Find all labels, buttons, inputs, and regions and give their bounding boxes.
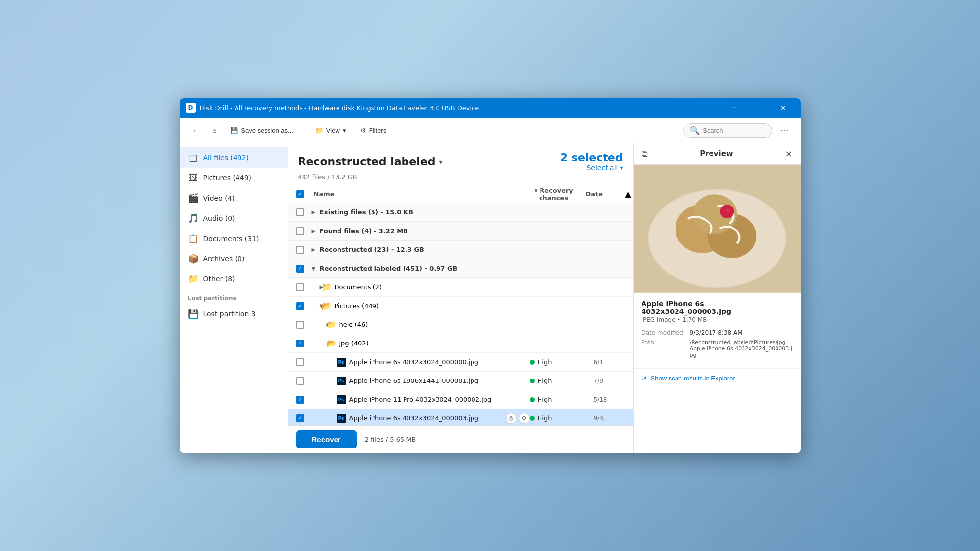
documents-icon: 📋 [188,233,199,243]
sidebar-item-lost-partition-3[interactable]: 💾 Lost partition 3 [180,304,288,324]
group-reconstructed-labeled-checkbox[interactable] [296,265,304,273]
copy-icon[interactable]: ⧉ [642,148,648,159]
preview-path-row: Path: \Reconstructed labeled\Pictures\jp… [642,339,793,358]
preview-meta: Date modified: 9/3/2017 8:38 AM Path: \R… [642,329,793,358]
file1-name: Apple iPhone 6s 4032x3024_000000.jpg [346,358,530,366]
subsubgroup-jpg[interactable]: ▼ 📂 jpg (402) [288,334,633,353]
group-existing-checkbox[interactable] [296,208,304,216]
date-column-header[interactable]: Date [586,190,625,198]
subgroup-documents-checkbox[interactable] [296,283,304,291]
file-list[interactable]: ▶ Existing files (5) - 15.0 KB ▶ Found f… [288,203,633,425]
file4-check [288,414,312,422]
subsubgroup-heic-label: heic (46) [339,321,368,328]
file-row-4[interactable]: Ps Apple iPhone 6s 4032x3024_000003.jpg … [288,409,633,425]
pictures-folder-icon: 📂 [322,301,332,310]
search-icon: 🔍 [690,126,700,135]
minimize-button[interactable]: ─ [723,101,745,115]
preview-date-row: Date modified: 9/3/2017 8:38 AM [642,329,793,336]
more-options-button[interactable]: ··· [776,122,792,138]
sidebar-item-all-files[interactable]: □ All files (492) [180,147,288,168]
expand-jpg-icon[interactable]: ▼ [312,341,327,346]
expand-found-icon[interactable]: ▶ [312,228,320,234]
recovery-column-header: ▾ Recovery chances [522,187,586,202]
select-all-checkbox[interactable] [296,190,304,198]
sidebar-item-audio[interactable]: 🎵 Audio (0) [180,208,288,228]
file4-checkbox[interactable] [296,414,304,422]
expand-existing-icon[interactable]: ▶ [312,209,320,215]
group-existing-files[interactable]: ▶ Existing files (5) - 15.0 KB [288,203,633,222]
sidebar-item-other[interactable]: 📁 Other (8) [180,269,288,289]
file-row-1[interactable]: Ps Apple iPhone 6s 4032x3024_000000.jpg … [288,353,633,372]
sidebar-item-pictures[interactable]: 🖼 Pictures (449) [180,168,288,188]
sidebar-item-other-label: Other (8) [203,275,235,283]
file2-checkbox[interactable] [296,377,304,385]
sidebar-item-archives[interactable]: 📦 Archives (0) [180,248,288,269]
scroll-top-icon: ▲ [625,189,633,199]
file3-checkbox[interactable] [296,396,304,404]
expand-heic-icon[interactable]: ▶ [312,322,327,327]
date-modified-label: Date modified: [642,329,686,336]
svg-point-6 [726,208,730,212]
group-reconstructed-checkbox[interactable] [296,246,304,254]
search-input[interactable] [703,127,766,134]
back-button[interactable]: ← [188,124,204,137]
heic-folder-icon: 📁 [327,320,337,329]
subsubgroup-jpg-checkbox[interactable] [296,340,304,347]
home-button[interactable]: ⌂ [208,124,222,137]
show-explorer-label: Show scan results in Explorer [651,375,735,382]
file1-check [288,358,312,366]
file-row-2[interactable]: Ps Apple iPhone 6s 1906x1441_000001.jpg … [288,372,633,390]
preview-filetype: JPEG Image • 1.70 MB [642,316,793,323]
subgroup-pictures-check [288,302,312,310]
sidebar-item-documents[interactable]: 📋 Documents (31) [180,228,288,248]
file1-checkbox[interactable] [296,358,304,366]
file-row-3[interactable]: Ps Apple iPhone 11 Pro 4032x3024_000002.… [288,390,633,409]
name-column-header[interactable]: Name [312,190,522,198]
file4-preview-icon[interactable]: ◎ [506,413,517,424]
view-button[interactable]: 📁 View ▾ [310,124,351,137]
home-icon: ⌂ [213,127,217,134]
filters-button[interactable]: ⚙ Filters [355,124,391,137]
group-reconstructed-labeled[interactable]: ▼ Reconstructed labeled (451) - 0.97 GB [288,259,633,278]
expand-reconstructed-icon[interactable]: ▶ [312,247,320,252]
file4-action-icons: ◎ ⊕ [506,413,530,424]
expand-reconstructed-labeled-icon[interactable]: ▼ [312,266,320,271]
subsubgroup-heic-checkbox[interactable] [296,321,304,329]
preview-close-button[interactable]: ✕ [785,149,792,159]
window-title: Disk Drill - All recovery methods - Hard… [200,104,723,112]
panel-title: Reconstructed labeled [298,155,436,168]
group-reconstructed[interactable]: ▶ Reconstructed (23) - 12.3 GB [288,241,633,259]
sidebar-item-archives-label: Archives (0) [203,255,245,263]
expand-pictures-icon[interactable]: ▼ [312,303,322,309]
lost-partitions-section: Lost partitions [180,289,288,304]
file2-date: 7/9, [594,378,633,384]
subgroup-pictures[interactable]: ▼ 📂 Pictures (449) [288,297,633,315]
sidebar-item-documents-label: Documents (31) [203,235,259,242]
date-modified-value: 9/3/2017 8:38 AM [690,329,743,336]
maximize-button[interactable]: □ [747,101,770,115]
group-found-files[interactable]: ▶ Found files (4) - 3.22 MB [288,222,633,241]
show-explorer-button[interactable]: ↗ Show scan results in Explorer [642,375,793,382]
audio-icon: 🎵 [188,213,199,223]
file4-name: Apple iPhone 6s 4032x3024_000003.jpg [346,414,504,422]
file4-info-icon[interactable]: ⊕ [519,413,530,424]
save-session-button[interactable]: 💾 Save session as... [225,124,298,137]
main-content: □ All files (492) 🖼 Pictures (449) 🎬 Vid… [180,143,801,453]
jpg-folder-icon: 📂 [327,339,337,348]
group-reconstructed-label: Reconstructed (23) - 12.3 GB [320,246,425,253]
recover-button[interactable]: Recover [296,430,357,448]
subgroup-documents[interactable]: ▶ 📁 Documents (2) [288,278,633,297]
expand-documents-icon[interactable]: ▶ [312,284,322,290]
folder-icon: 📁 [315,127,323,134]
group-found-checkbox[interactable] [296,227,304,235]
action-bar: Recover 2 files / 5.65 MB [288,425,633,453]
group-found-check [288,227,312,235]
subsubgroup-heic[interactable]: ▶ 📁 heic (46) [288,315,633,334]
sidebar-item-video-label: Video (4) [203,194,235,202]
title-chevron-icon[interactable]: ▾ [439,158,442,166]
sidebar-item-video[interactable]: 🎬 Video (4) [180,188,288,208]
select-all-button[interactable]: Select all ▾ [586,164,623,172]
close-button[interactable]: ✕ [772,101,795,115]
subgroup-pictures-checkbox[interactable] [296,302,304,310]
file-column-header: Name ▾ Recovery chances Date ▲ [288,185,633,203]
